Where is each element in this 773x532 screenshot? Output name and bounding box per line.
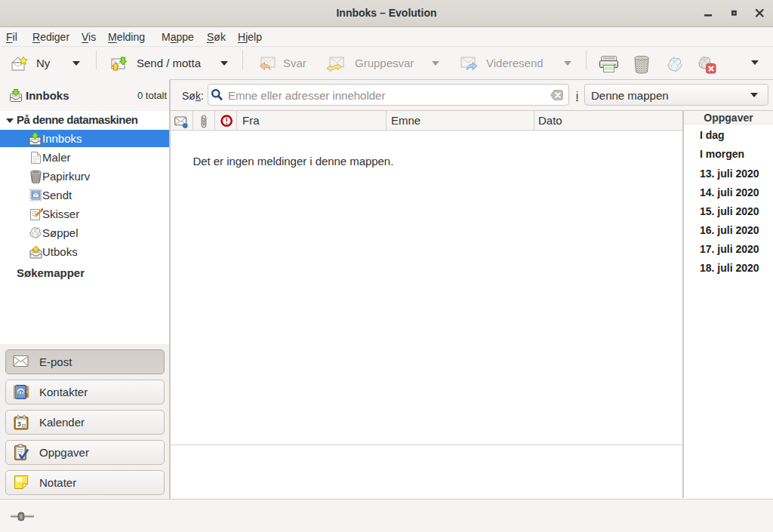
svg-text:@: @ <box>17 389 24 396</box>
svg-text:3: 3 <box>17 420 21 428</box>
